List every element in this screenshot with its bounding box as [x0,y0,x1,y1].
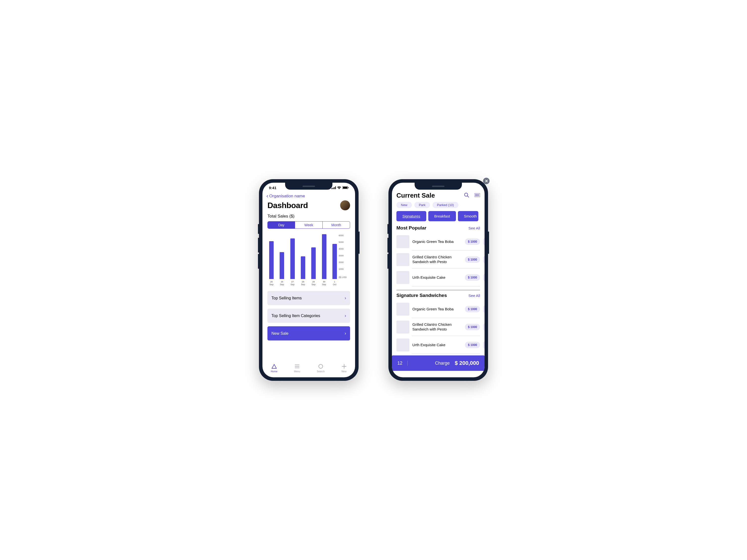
see-all-link[interactable]: See All [468,226,480,230]
bar-rect [322,234,327,279]
see-all-link[interactable]: See All [468,293,480,298]
product-row[interactable]: Organic Green Tea Boba$ 1000 [396,233,480,250]
price-pill[interactable]: $ 1000 [465,306,480,312]
bar-column: 30Sep [321,234,327,286]
product-row[interactable]: Organic Green Tea Boba$ 1000 [396,300,480,318]
segment-month[interactable]: Month [323,221,350,229]
bar-rect [332,244,337,279]
product-thumb [396,253,409,266]
price-pill[interactable]: $ 1000 [465,274,480,281]
card-label: Top Selling Item Categories [272,314,320,318]
price-pill[interactable]: $ 1000 [465,238,480,245]
chip-park[interactable]: Park [414,202,430,208]
bar-label: 27Sep [290,281,294,286]
card-new-sale[interactable]: New Sale › [267,326,350,341]
price-pill[interactable]: $ 1000 [465,256,480,263]
chevron-left-icon: ‹ [266,193,268,199]
card-top-items[interactable]: Top Selling Items › [267,291,350,305]
product-name: Grilled Cilantro Chicken Sandwich with P… [412,255,462,264]
y-tick: 3000 [339,255,350,257]
svg-rect-6 [348,187,349,188]
peek-pill [483,324,485,330]
peek-pill [483,238,485,245]
product-thumb [396,321,409,334]
section-title: Most Popular [396,225,426,231]
tab-menu[interactable]: Menu [294,364,300,373]
tab-bar: Home Menu Search New [262,361,355,377]
bar-label: 1Oct [333,281,336,286]
menu-icon [294,364,300,369]
category-signatures[interactable]: Signatures [396,211,426,221]
segment-control: Day Week Month [267,221,350,229]
page-title: Dashboard [267,201,308,210]
back-label: Organisation name [269,194,305,198]
tab-label: Home [271,370,277,373]
peek-pill [483,256,485,263]
charge-label: Charge [435,361,450,366]
section-title: Signature Sandwiches [396,293,447,298]
chart-title: Total Sales ($) [267,214,350,219]
bar-rect [269,241,274,279]
tab-new[interactable]: New [341,364,347,373]
search-icon[interactable] [464,193,469,198]
svg-line-14 [467,196,469,197]
product-thumb [396,235,409,248]
product-name: Organic Green Tea Boba [412,239,462,244]
product-name: Organic Green Tea Boba [412,307,462,312]
close-icon[interactable]: ✕ [483,178,490,184]
circle-icon [318,364,324,369]
volume-down [387,254,388,269]
product-thumb [396,339,409,351]
charge-count: 12 [397,361,408,366]
bar-rect [290,238,295,279]
bar-label: 26Sep [280,281,284,286]
product-name: Urth Exquisite Cake [412,275,462,280]
tab-label: Menu [294,370,300,373]
price-pill[interactable]: $ 1000 [465,324,480,330]
volume-down [258,254,259,269]
segment-day[interactable]: Day [268,221,295,229]
product-name: Urth Exquisite Cake [412,343,462,347]
avatar[interactable] [340,201,350,210]
mute-switch [387,224,388,234]
bar-rect [301,256,305,279]
volume-up [258,238,259,252]
back-link[interactable]: ‹ Organisation name [266,193,350,199]
category-breakfast[interactable]: Breakfast [428,211,456,221]
peek-pill [483,274,485,281]
chevron-right-icon: › [344,331,346,336]
product-row[interactable]: Grilled Cilantro Chicken Sandwich with P… [396,250,480,269]
mute-switch [258,224,259,234]
battery-icon [342,186,349,190]
price-pill[interactable]: $ 1000 [465,342,480,348]
tab-home[interactable]: Home [271,364,277,373]
svg-rect-5 [343,187,347,189]
product-row[interactable]: Grilled Cilantro Chicken Sandwich with P… [396,318,480,336]
svg-rect-0 [331,188,332,189]
category-smoothies[interactable]: Smooth [458,211,478,221]
plus-icon [341,364,347,369]
product-row[interactable]: Urth Exquisite Cake$ 1000 [396,336,480,354]
svg-rect-3 [335,186,336,189]
segment-week[interactable]: Week [295,221,323,229]
charge-bar[interactable]: 12 Charge $ 200,000 [392,355,485,371]
bar-rect [280,252,284,279]
bar-column: 1Oct [332,244,338,286]
product-row[interactable]: Urth Exquisite Cake$ 1000 [396,269,480,287]
tab-search[interactable]: Search [317,364,325,373]
bar-label: 28Sep [301,281,305,286]
card-top-categories[interactable]: Top Selling Item Categories › [267,309,350,323]
bar-label: 29Sep [311,281,315,286]
barcode-icon[interactable] [474,193,480,198]
charge-amount: $ 200,000 [455,360,479,366]
home-icon [272,364,277,369]
chip-new[interactable]: New [396,202,412,208]
product-thumb [396,303,409,316]
product-thumb [396,271,409,284]
card-label: New Sale [272,331,288,336]
peek-pill [483,305,485,313]
chip-parked[interactable]: Parked (10) [433,202,458,208]
power-button [359,232,360,254]
wifi-icon [337,186,341,190]
bar-column: 28Sep [300,256,306,286]
